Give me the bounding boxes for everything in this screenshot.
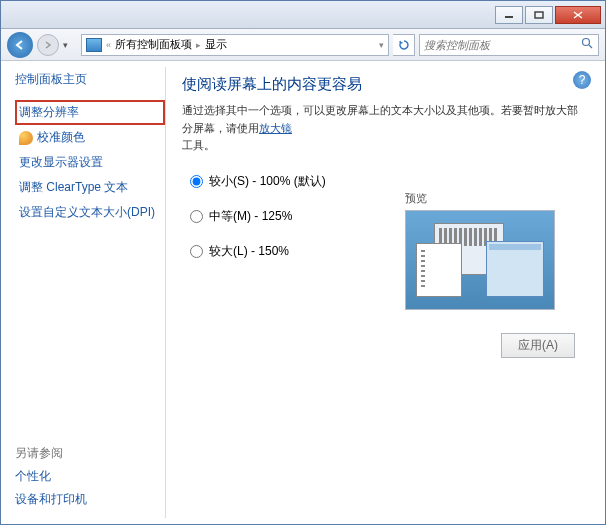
breadcrumb-current[interactable]: 显示 xyxy=(205,37,227,52)
radio-medium[interactable] xyxy=(190,210,203,223)
sidebar-item-display-settings[interactable]: 更改显示器设置 xyxy=(15,150,165,175)
sidebar-heading[interactable]: 控制面板主页 xyxy=(15,71,165,88)
maximize-button[interactable] xyxy=(525,6,553,24)
breadcrumb-chevron-icon: ▸ xyxy=(196,40,201,50)
radio-small[interactable] xyxy=(190,175,203,188)
control-panel-window: ▾ « 所有控制面板项 ▸ 显示 ▾ 控制面板主页 调整分辨率 校准颜色 更改显… xyxy=(0,0,606,525)
address-dropdown-icon[interactable]: ▾ xyxy=(379,40,384,50)
svg-rect-1 xyxy=(535,12,543,18)
sidebar-footer-devices[interactable]: 设备和打印机 xyxy=(15,491,165,508)
shield-icon xyxy=(19,131,33,145)
nav-history-dropdown[interactable]: ▾ xyxy=(63,40,77,50)
content-area: ? 使阅读屏幕上的内容更容易 通过选择其中一个选项，可以更改屏幕上的文本大小以及… xyxy=(166,61,605,524)
nav-forward-button[interactable] xyxy=(37,34,59,56)
preview-label: 预览 xyxy=(405,191,575,206)
sidebar-item-dpi[interactable]: 设置自定义文本大小(DPI) xyxy=(15,200,165,225)
preview-window-icon xyxy=(416,243,462,297)
option-label: 较小(S) - 100% (默认) xyxy=(209,173,326,190)
option-label: 中等(M) - 125% xyxy=(209,208,292,225)
svg-point-4 xyxy=(583,39,590,46)
svg-line-5 xyxy=(589,45,592,48)
page-description: 通过选择其中一个选项，可以更改屏幕上的文本大小以及其他项。若要暂时放大部分屏幕，… xyxy=(182,102,585,155)
radio-large[interactable] xyxy=(190,245,203,258)
search-input[interactable] xyxy=(424,39,581,51)
titlebar xyxy=(1,1,605,29)
desc-text-post: 工具。 xyxy=(182,139,215,151)
navbar: ▾ « 所有控制面板项 ▸ 显示 ▾ xyxy=(1,29,605,61)
breadcrumb-parent[interactable]: 所有控制面板项 xyxy=(115,37,192,52)
refresh-button[interactable] xyxy=(393,34,415,56)
page-title: 使阅读屏幕上的内容更容易 xyxy=(182,75,585,94)
nav-back-button[interactable] xyxy=(7,32,33,58)
sidebar-item-label: 校准颜色 xyxy=(37,129,85,146)
sidebar: 控制面板主页 调整分辨率 校准颜色 更改显示器设置 调整 ClearType 文… xyxy=(1,61,165,524)
minimize-button[interactable] xyxy=(495,6,523,24)
search-icon xyxy=(581,37,594,52)
control-panel-icon xyxy=(86,38,102,52)
sidebar-footer-personalize[interactable]: 个性化 xyxy=(15,468,165,485)
breadcrumb-separator-icon: « xyxy=(106,40,111,50)
help-icon[interactable]: ? xyxy=(573,71,591,89)
preview-window-icon xyxy=(486,241,544,297)
body-area: 控制面板主页 调整分辨率 校准颜色 更改显示器设置 调整 ClearType 文… xyxy=(1,61,605,524)
desc-text-pre: 通过选择其中一个选项，可以更改屏幕上的文本大小以及其他项。若要暂时放大部分屏幕，… xyxy=(182,104,578,134)
close-button[interactable] xyxy=(555,6,601,24)
sidebar-footer-heading: 另请参阅 xyxy=(15,445,165,462)
search-box[interactable] xyxy=(419,34,599,56)
sidebar-item-calibrate[interactable]: 校准颜色 xyxy=(15,125,165,150)
magnifier-link[interactable]: 放大镜 xyxy=(259,122,292,134)
option-label: 较大(L) - 150% xyxy=(209,243,289,260)
address-bar[interactable]: « 所有控制面板项 ▸ 显示 ▾ xyxy=(81,34,389,56)
sidebar-item-cleartype[interactable]: 调整 ClearType 文本 xyxy=(15,175,165,200)
option-small[interactable]: 较小(S) - 100% (默认) xyxy=(190,173,585,190)
preview-image xyxy=(405,210,555,310)
preview-section: 预览 xyxy=(405,191,575,310)
apply-button[interactable]: 应用(A) xyxy=(501,333,575,358)
sidebar-item-resolution[interactable]: 调整分辨率 xyxy=(15,100,165,125)
